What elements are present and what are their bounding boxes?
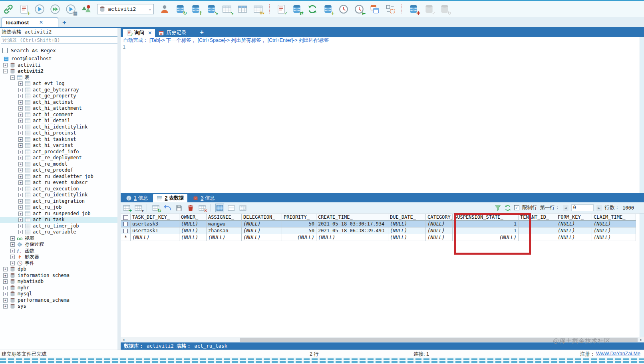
tree-item-act_ru_task[interactable]: +act_ru_task: [0, 217, 117, 223]
grid-header-cell[interactable]: SUSPENSION_STATE_: [453, 214, 519, 221]
result-tab-2[interactable]: 2 表数据: [153, 194, 187, 202]
refresh-icon[interactable]: [307, 4, 318, 14]
grid-header-cell[interactable]: DUE_DATE_: [388, 214, 426, 221]
expand-icon[interactable]: +: [18, 230, 23, 234]
tree-item-information_schema[interactable]: +information_schema: [0, 273, 117, 279]
add-row-icon[interactable]: +: [123, 204, 131, 212]
expand-icon[interactable]: +: [18, 156, 23, 160]
grid-header-cell[interactable]: [121, 214, 131, 221]
tree-item-act_ru_deadletter_job[interactable]: +act_ru_deadletter_job: [0, 174, 117, 180]
limit-checkbox[interactable]: ✓: [514, 205, 519, 210]
grid-cell[interactable]: (NULL): [592, 234, 636, 241]
expand-icon[interactable]: +: [18, 113, 23, 117]
expand-icon[interactable]: +: [18, 193, 23, 197]
grid-cell[interactable]: (NULL): [242, 228, 282, 234]
tree-item-mybatisdb[interactable]: +mybatisdb: [0, 279, 117, 285]
tree-item-performance_schema[interactable]: +performance_schema: [0, 297, 117, 304]
tree-item-act_hi_detail[interactable]: +act_hi_detail: [0, 118, 117, 124]
tree-item-act_re_procdef[interactable]: +act_re_procdef: [0, 167, 117, 174]
expand-icon[interactable]: +: [10, 261, 15, 265]
tree-item-act_ru_job[interactable]: +act_ru_job: [0, 204, 117, 211]
grid-row[interactable]: usertask1(NULL)zhansan(NULL)502021-05-18…: [121, 228, 636, 234]
grid-cell[interactable]: usertask3: [131, 221, 179, 228]
table-insert-icon[interactable]: [237, 4, 248, 14]
explain-query-icon[interactable]: ▦: [66, 4, 76, 14]
execute-all-icon[interactable]: [50, 4, 60, 14]
grid-row[interactable]: *(NULL)(NULL)(NULL)(NULL)(NULL)(NULL)(NU…: [121, 234, 636, 241]
grid-row[interactable]: usertask3(NULL)wangwu(NULL)502021-05-18 …: [121, 221, 636, 228]
tree-item-root@localhost[interactable]: root@localhost: [0, 56, 117, 62]
tree-item-表[interactable]: −表: [0, 75, 117, 81]
reset-filter-icon[interactable]: [504, 204, 511, 212]
grid-cell[interactable]: (NULL): [316, 234, 388, 241]
expand-icon[interactable]: +: [18, 224, 23, 228]
doc-check-icon[interactable]: ✓: [276, 4, 286, 14]
grid-cell[interactable]: (NULL): [179, 228, 207, 234]
tree-item-存储过程[interactable]: +存储过程: [0, 241, 117, 248]
tree-item-act_hi_comment[interactable]: +act_hi_comment: [0, 112, 117, 118]
scroll-right-icon[interactable]: ▸: [638, 337, 644, 342]
expand-icon[interactable]: +: [18, 125, 23, 129]
tree-item-触发器[interactable]: +触发器: [0, 254, 117, 260]
grid-cell[interactable]: 1: [453, 221, 519, 228]
expand-icon[interactable]: +: [10, 249, 15, 253]
grid-header-cell[interactable]: DELEGATION_: [242, 214, 282, 221]
history-clock-icon[interactable]: [338, 4, 349, 14]
expand-icon[interactable]: +: [18, 100, 23, 105]
grid-header-cell[interactable]: PRIORITY_: [282, 214, 316, 221]
expand-icon[interactable]: +: [18, 168, 23, 172]
grid-cell[interactable]: (NULL): [179, 221, 207, 228]
tree-item-act_hi_attachment[interactable]: +act_hi_attachment: [0, 105, 117, 112]
tree-item-act_ru_event_subscr[interactable]: +act_ru_event_subscr: [0, 180, 117, 186]
expand-icon[interactable]: +: [18, 119, 23, 123]
db-refresh-icon[interactable]: ⇄: [292, 4, 302, 14]
grid-cell[interactable]: (NULL): [426, 228, 453, 234]
grid-cell[interactable]: (NULL): [453, 234, 519, 241]
expand-icon[interactable]: +: [18, 187, 23, 191]
tree-item-act_hi_actinst[interactable]: +act_hi_actinst: [0, 99, 117, 106]
expand-icon[interactable]: +: [18, 162, 23, 166]
regex-checkbox[interactable]: [2, 48, 8, 53]
expand-icon[interactable]: +: [18, 174, 23, 179]
query-tab-历史记录[interactable]: 18历史记录: [155, 29, 189, 37]
sidebar-splitter[interactable]: [117, 28, 121, 350]
table-key-icon[interactable]: [253, 4, 263, 14]
grid-cell[interactable]: (NULL): [426, 234, 453, 241]
grid-cell[interactable]: 2021-05-18 03:30:17.934: [316, 221, 388, 228]
grid-cell[interactable]: (NULL): [179, 234, 207, 241]
grid-header-cell[interactable]: FORM_KEY_: [556, 214, 592, 221]
grid-cell[interactable]: (NULL): [556, 234, 592, 241]
grid-cell[interactable]: 1: [453, 228, 519, 234]
tree-item-act_procdef_info[interactable]: +act_procdef_info: [0, 149, 117, 155]
tree-item-act_hi_identitylink[interactable]: +act_hi_identitylink: [0, 124, 117, 131]
db-add-icon[interactable]: +: [323, 4, 333, 14]
filter-input[interactable]: [1, 36, 117, 44]
expand-icon[interactable]: +: [3, 286, 8, 290]
undo-icon[interactable]: [163, 204, 171, 212]
db-sync-disabled-icon[interactable]: ✓: [424, 4, 434, 14]
grid-cell[interactable]: (NULL): [282, 234, 316, 241]
tree-item-act_ru_variable[interactable]: +act_ru_variable: [0, 229, 117, 235]
tree-item-act_hi_varinst[interactable]: +act_hi_varinst: [0, 142, 117, 149]
expand-icon[interactable]: +: [18, 212, 23, 216]
tree-item-视图[interactable]: +视图: [0, 235, 117, 242]
grid-cell[interactable]: [121, 228, 131, 234]
grid-cell[interactable]: 50: [282, 228, 316, 234]
grid-cell[interactable]: [519, 221, 556, 228]
result-tab-3[interactable]: 3 信息: [189, 194, 218, 202]
tree-item-activiti2[interactable]: −activiti2: [0, 68, 117, 75]
expand-icon[interactable]: +: [10, 236, 15, 241]
expand-icon[interactable]: +: [18, 94, 23, 98]
tree-item-activiti[interactable]: +activiti: [0, 62, 117, 69]
db-copy-icon[interactable]: ↘: [206, 4, 217, 14]
close-icon[interactable]: ✕: [148, 30, 152, 36]
grid-cell[interactable]: [519, 228, 556, 234]
grid-cell[interactable]: wangwu: [207, 221, 242, 228]
save-icon[interactable]: [175, 204, 183, 212]
tree-item-sys[interactable]: +sys: [0, 303, 117, 310]
register-link[interactable]: WwW.DaYanZai.Me: [596, 351, 640, 356]
collapse-icon[interactable]: −: [3, 69, 8, 73]
tree-item-act_ru_integration[interactable]: +act_ru_integration: [0, 198, 117, 205]
tree-item-act_hi_taskinst[interactable]: +act_hi_taskinst: [0, 136, 117, 143]
export-table-icon[interactable]: ↘: [222, 4, 232, 14]
